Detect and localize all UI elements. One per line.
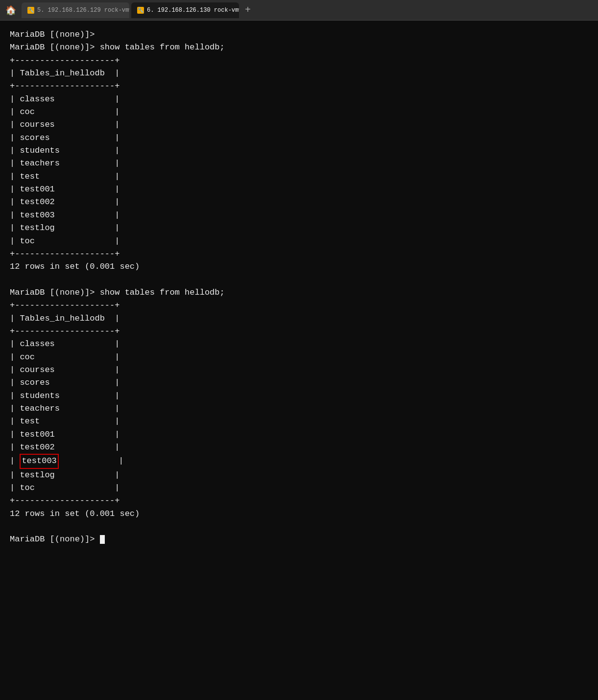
table2-row-teachers: | teachers | xyxy=(10,402,588,415)
table2-row-courses: | courses | xyxy=(10,364,588,376)
result-2: 12 rows in set (0.001 sec) xyxy=(10,508,588,520)
line-cmd-1: MariaDB [(none)]> show tables from hello… xyxy=(10,41,588,54)
home-icon[interactable]: 🏠 xyxy=(4,3,18,17)
table2-row-test001: | test001 | xyxy=(10,428,588,441)
table1-row-students: | students | xyxy=(10,144,588,157)
table1-row-teachers: | teachers | xyxy=(10,157,588,170)
table2-sep-border: +--------------------+ xyxy=(10,325,588,338)
new-tab-button[interactable]: + xyxy=(241,3,255,17)
table1-row-toc: | toc | xyxy=(10,235,588,248)
table2-header: | Tables_in_hellodb | xyxy=(10,312,588,325)
table2-bottom-border: +--------------------+ xyxy=(10,494,588,507)
table2-row-test: | test | xyxy=(10,415,588,428)
table1-row-classes: | classes | xyxy=(10,93,588,106)
table2-row-students: | students | xyxy=(10,390,588,402)
table1-row-test003: | test003 | xyxy=(10,209,588,222)
line-prompt-1: MariaDB [(none)]> xyxy=(10,28,588,41)
tab-2-icon: 🔧 xyxy=(137,7,144,14)
table2-row-coc: | coc | xyxy=(10,351,588,364)
terminal: MariaDB [(none)]> MariaDB [(none)]> show… xyxy=(0,21,598,700)
table1-sep-border: +--------------------+ xyxy=(10,80,588,93)
table1-row-coc: | coc | xyxy=(10,106,588,118)
blank-1 xyxy=(10,274,588,286)
table2-row-classes: | classes | xyxy=(10,338,588,350)
table2-row-testlog: | testlog | xyxy=(10,469,588,482)
table1-header: | Tables_in_hellodb | xyxy=(10,67,588,80)
line-final-prompt: MariaDB [(none)]> xyxy=(10,533,588,546)
table2-row-test003-highlighted: | test003 | xyxy=(10,454,588,468)
tab-2[interactable]: 🔧 6. 192.168.126.130 rock-vmwarestat... … xyxy=(131,2,239,18)
highlight-test003: test003 xyxy=(20,454,58,468)
blank-2 xyxy=(10,520,588,533)
result-1: 12 rows in set (0.001 sec) xyxy=(10,260,588,273)
tab-2-label: 6. 192.168.126.130 rock-vmwarestat... xyxy=(147,7,239,14)
terminal-cursor xyxy=(100,535,105,544)
browser-chrome: 🏠 🔧 5. 192.168.126.129 rock-vmwaresta...… xyxy=(0,0,598,21)
tab-1-label: 5. 192.168.126.129 rock-vmwaresta... xyxy=(37,7,129,14)
tab-1[interactable]: 🔧 5. 192.168.126.129 rock-vmwaresta... xyxy=(22,2,129,18)
table1-row-courses: | courses | xyxy=(10,118,588,131)
table1-row-test: | test | xyxy=(10,170,588,183)
table1-row-test001: | test001 | xyxy=(10,183,588,196)
table2-row-test002: | test002 | xyxy=(10,441,588,454)
line-cmd-2: MariaDB [(none)]> show tables from hello… xyxy=(10,286,588,299)
table1-row-testlog: | testlog | xyxy=(10,222,588,234)
table1-bottom-border: +--------------------+ xyxy=(10,248,588,260)
table1-row-test002: | test002 | xyxy=(10,196,588,209)
table1-top-border: +--------------------+ xyxy=(10,54,588,67)
tab-1-icon: 🔧 xyxy=(27,7,34,14)
table2-row-scores: | scores | xyxy=(10,376,588,389)
table2-top-border: +--------------------+ xyxy=(10,299,588,312)
table2-row-toc: | toc | xyxy=(10,482,588,494)
table1-row-scores: | scores | xyxy=(10,132,588,144)
